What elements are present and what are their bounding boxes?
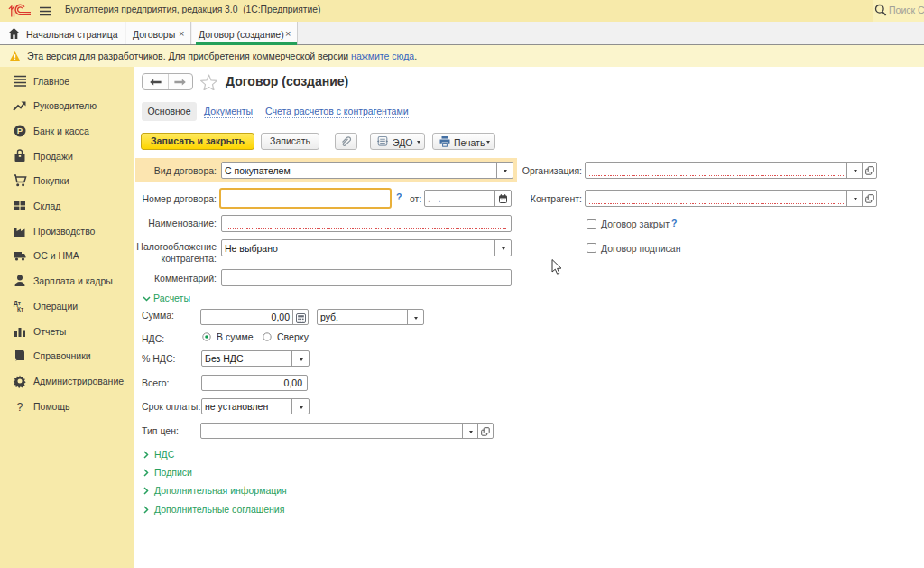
svg-text:?: ? (17, 401, 23, 414)
svg-text:P: P (17, 126, 23, 135)
svg-text:Кт: Кт (17, 306, 23, 312)
